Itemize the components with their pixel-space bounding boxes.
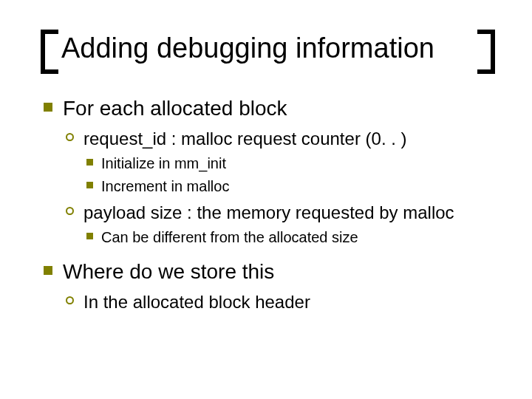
bullet-text: Where do we store this xyxy=(63,260,274,283)
slide-body: For each allocated block request_id : ma… xyxy=(41,95,495,315)
bracket-right-icon xyxy=(477,30,495,74)
title-container: Adding debugging information xyxy=(41,30,495,74)
bullet-text: Increment in malloc xyxy=(101,178,229,194)
bracket-left-icon xyxy=(41,30,58,74)
bullet-text: Can be different from the allocated size xyxy=(101,229,358,245)
bullet-text: For each allocated block xyxy=(63,97,287,120)
list-item: Can be different from the allocated size xyxy=(83,228,495,248)
list-item: Increment in malloc xyxy=(83,177,495,197)
slide: Adding debugging information For each al… xyxy=(0,0,532,399)
bullet-text: Initialize in mm_init xyxy=(101,155,226,171)
list-item: In the allocated block header xyxy=(63,290,495,314)
bullet-text: payload size : the memory requested by m… xyxy=(83,202,454,222)
list-item: Where do we store this In the allocated … xyxy=(41,258,495,314)
list-item: For each allocated block request_id : ma… xyxy=(41,95,495,248)
bullet-text: In the allocated block header xyxy=(83,292,310,312)
slide-title: Adding debugging information xyxy=(41,34,495,64)
list-item: payload size : the memory requested by m… xyxy=(63,201,495,248)
list-item: request_id : malloc request counter (0. … xyxy=(63,127,495,197)
list-item: Initialize in mm_init xyxy=(83,154,495,174)
bullet-text: request_id : malloc request counter (0. … xyxy=(83,129,407,149)
